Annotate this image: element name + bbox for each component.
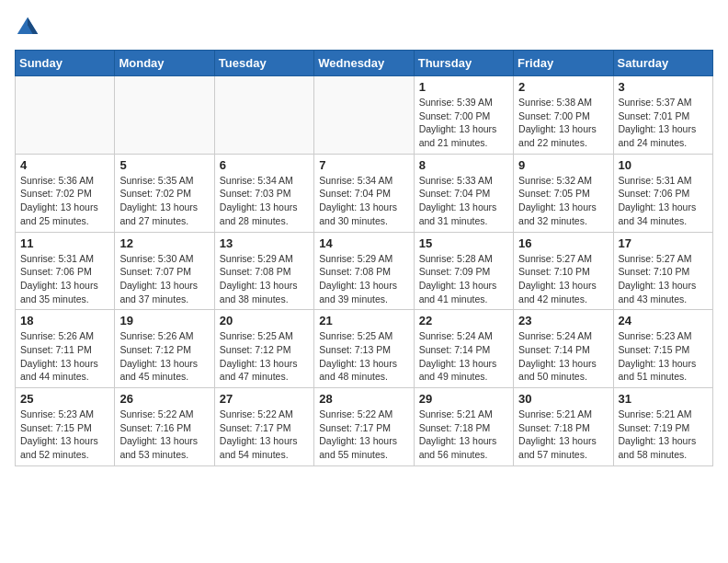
day-detail: Sunrise: 5:23 AM Sunset: 7:15 PM Dayligh… (20, 408, 109, 462)
calendar-week-4: 18Sunrise: 5:26 AM Sunset: 7:11 PM Dayli… (16, 310, 713, 388)
calendar-cell (115, 76, 214, 155)
calendar-cell: 22Sunrise: 5:24 AM Sunset: 7:14 PM Dayli… (414, 310, 513, 388)
day-number: 4 (20, 158, 109, 172)
calendar-week-1: 1Sunrise: 5:39 AM Sunset: 7:00 PM Daylig… (16, 76, 713, 155)
day-number: 3 (619, 80, 708, 94)
day-detail: Sunrise: 5:29 AM Sunset: 7:08 PM Dayligh… (220, 252, 309, 306)
day-detail: Sunrise: 5:26 AM Sunset: 7:11 PM Dayligh… (20, 329, 109, 384)
day-number: 31 (619, 392, 708, 406)
day-detail: Sunrise: 5:33 AM Sunset: 7:04 PM Dayligh… (419, 174, 508, 228)
header-monday: Monday (115, 51, 214, 76)
day-number: 9 (518, 158, 608, 172)
calendar-cell: 16Sunrise: 5:27 AM Sunset: 7:10 PM Dayli… (514, 232, 613, 310)
calendar-cell: 2Sunrise: 5:38 AM Sunset: 7:00 PM Daylig… (514, 76, 613, 155)
calendar-cell: 29Sunrise: 5:21 AM Sunset: 7:18 PM Dayli… (414, 388, 513, 466)
day-detail: Sunrise: 5:22 AM Sunset: 7:17 PM Dayligh… (220, 408, 309, 462)
day-detail: Sunrise: 5:29 AM Sunset: 7:08 PM Dayligh… (319, 252, 408, 306)
day-number: 23 (518, 314, 608, 327)
day-number: 12 (119, 236, 209, 250)
calendar-header-row: SundayMondayTuesdayWednesdayThursdayFrid… (16, 51, 713, 76)
calendar-cell: 12Sunrise: 5:30 AM Sunset: 7:07 PM Dayli… (115, 232, 214, 310)
day-detail: Sunrise: 5:34 AM Sunset: 7:03 PM Dayligh… (220, 174, 309, 228)
calendar-cell: 20Sunrise: 5:25 AM Sunset: 7:12 PM Dayli… (214, 310, 313, 388)
calendar-cell: 27Sunrise: 5:22 AM Sunset: 7:17 PM Dayli… (214, 388, 313, 466)
day-detail: Sunrise: 5:25 AM Sunset: 7:12 PM Dayligh… (220, 329, 309, 384)
day-detail: Sunrise: 5:28 AM Sunset: 7:09 PM Dayligh… (419, 252, 508, 306)
day-number: 10 (619, 158, 708, 172)
day-detail: Sunrise: 5:27 AM Sunset: 7:10 PM Dayligh… (619, 252, 708, 306)
day-detail: Sunrise: 5:26 AM Sunset: 7:12 PM Dayligh… (119, 329, 209, 384)
day-number: 29 (419, 392, 508, 406)
calendar-table: SundayMondayTuesdayWednesdayThursdayFrid… (15, 50, 713, 466)
calendar-cell: 23Sunrise: 5:24 AM Sunset: 7:14 PM Dayli… (514, 310, 613, 388)
header-friday: Friday (514, 51, 613, 76)
calendar-cell: 15Sunrise: 5:28 AM Sunset: 7:09 PM Dayli… (414, 232, 513, 310)
day-detail: Sunrise: 5:25 AM Sunset: 7:13 PM Dayligh… (319, 329, 408, 384)
day-number: 25 (20, 392, 109, 406)
calendar-cell: 26Sunrise: 5:22 AM Sunset: 7:16 PM Dayli… (115, 388, 214, 466)
day-number: 24 (619, 314, 708, 327)
day-detail: Sunrise: 5:21 AM Sunset: 7:18 PM Dayligh… (518, 408, 608, 462)
day-number: 30 (518, 392, 608, 406)
day-number: 26 (119, 392, 209, 406)
day-detail: Sunrise: 5:23 AM Sunset: 7:15 PM Dayligh… (619, 329, 708, 384)
calendar-cell: 24Sunrise: 5:23 AM Sunset: 7:15 PM Dayli… (613, 310, 712, 388)
day-number: 19 (119, 314, 209, 327)
day-number: 1 (419, 80, 508, 94)
calendar-cell: 1Sunrise: 5:39 AM Sunset: 7:00 PM Daylig… (414, 76, 513, 155)
calendar-cell: 25Sunrise: 5:23 AM Sunset: 7:15 PM Dayli… (16, 388, 115, 466)
day-number: 21 (319, 314, 408, 327)
calendar-cell: 3Sunrise: 5:37 AM Sunset: 7:01 PM Daylig… (613, 76, 712, 155)
calendar-cell: 28Sunrise: 5:22 AM Sunset: 7:17 PM Dayli… (314, 388, 414, 466)
calendar-cell: 21Sunrise: 5:25 AM Sunset: 7:13 PM Dayli… (314, 310, 414, 388)
day-detail: Sunrise: 5:22 AM Sunset: 7:16 PM Dayligh… (119, 408, 209, 462)
header-wednesday: Wednesday (314, 51, 414, 76)
day-number: 2 (518, 80, 608, 94)
calendar-cell: 31Sunrise: 5:21 AM Sunset: 7:19 PM Dayli… (613, 388, 712, 466)
day-number: 28 (319, 392, 408, 406)
day-number: 7 (319, 158, 408, 172)
calendar-cell: 30Sunrise: 5:21 AM Sunset: 7:18 PM Dayli… (514, 388, 613, 466)
calendar-week-5: 25Sunrise: 5:23 AM Sunset: 7:15 PM Dayli… (16, 388, 713, 466)
day-detail: Sunrise: 5:37 AM Sunset: 7:01 PM Dayligh… (619, 96, 708, 150)
logo (15, 15, 44, 40)
calendar-week-3: 11Sunrise: 5:31 AM Sunset: 7:06 PM Dayli… (16, 232, 713, 310)
day-number: 5 (119, 158, 209, 172)
calendar-cell: 5Sunrise: 5:35 AM Sunset: 7:02 PM Daylig… (115, 154, 214, 232)
calendar-cell (214, 76, 313, 155)
calendar-cell (16, 76, 115, 155)
day-number: 6 (220, 158, 309, 172)
calendar-cell: 6Sunrise: 5:34 AM Sunset: 7:03 PM Daylig… (214, 154, 313, 232)
day-detail: Sunrise: 5:21 AM Sunset: 7:19 PM Dayligh… (619, 408, 708, 462)
header-thursday: Thursday (414, 51, 513, 76)
day-number: 14 (319, 236, 408, 250)
day-number: 18 (20, 314, 109, 327)
day-detail: Sunrise: 5:35 AM Sunset: 7:02 PM Dayligh… (119, 174, 209, 228)
day-detail: Sunrise: 5:21 AM Sunset: 7:18 PM Dayligh… (419, 408, 508, 462)
calendar-cell: 11Sunrise: 5:31 AM Sunset: 7:06 PM Dayli… (16, 232, 115, 310)
day-detail: Sunrise: 5:30 AM Sunset: 7:07 PM Dayligh… (119, 252, 209, 306)
day-number: 11 (20, 236, 109, 250)
day-detail: Sunrise: 5:39 AM Sunset: 7:00 PM Dayligh… (419, 96, 508, 150)
day-number: 20 (220, 314, 309, 327)
day-number: 13 (220, 236, 309, 250)
day-number: 22 (419, 314, 508, 327)
header-sunday: Sunday (16, 51, 115, 76)
calendar-cell: 9Sunrise: 5:32 AM Sunset: 7:05 PM Daylig… (514, 154, 613, 232)
calendar-week-2: 4Sunrise: 5:36 AM Sunset: 7:02 PM Daylig… (16, 154, 713, 232)
day-number: 17 (619, 236, 708, 250)
day-detail: Sunrise: 5:38 AM Sunset: 7:00 PM Dayligh… (518, 96, 608, 150)
logo-icon (15, 15, 40, 40)
day-number: 15 (419, 236, 508, 250)
calendar-cell: 4Sunrise: 5:36 AM Sunset: 7:02 PM Daylig… (16, 154, 115, 232)
calendar-cell (314, 76, 414, 155)
calendar-cell: 19Sunrise: 5:26 AM Sunset: 7:12 PM Dayli… (115, 310, 214, 388)
day-detail: Sunrise: 5:31 AM Sunset: 7:06 PM Dayligh… (619, 174, 708, 228)
calendar-cell: 13Sunrise: 5:29 AM Sunset: 7:08 PM Dayli… (214, 232, 313, 310)
day-detail: Sunrise: 5:22 AM Sunset: 7:17 PM Dayligh… (319, 408, 408, 462)
page-header (15, 15, 713, 40)
day-detail: Sunrise: 5:36 AM Sunset: 7:02 PM Dayligh… (20, 174, 109, 228)
day-number: 16 (518, 236, 608, 250)
calendar-cell: 8Sunrise: 5:33 AM Sunset: 7:04 PM Daylig… (414, 154, 513, 232)
calendar-cell: 14Sunrise: 5:29 AM Sunset: 7:08 PM Dayli… (314, 232, 414, 310)
